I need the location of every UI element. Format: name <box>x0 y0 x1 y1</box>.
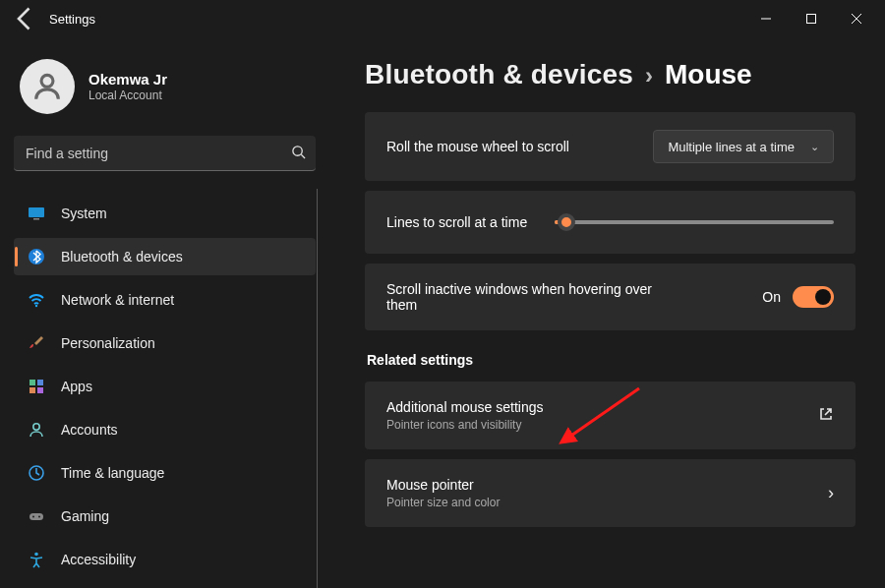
apps-icon <box>28 378 45 395</box>
svg-point-15 <box>33 424 39 430</box>
breadcrumb-parent[interactable]: Bluetooth & devices <box>365 59 633 90</box>
sidebar-item-label: System <box>61 206 107 221</box>
open-external-icon <box>818 406 834 425</box>
close-button[interactable] <box>834 0 879 37</box>
back-button[interactable] <box>12 5 39 32</box>
breadcrumb-current: Mouse <box>665 59 752 90</box>
sidebar-item-personalization[interactable]: Personalization <box>14 324 316 362</box>
sidebar-item-label: Network & internet <box>61 292 174 308</box>
bluetooth-icon <box>28 248 45 265</box>
nav-separator <box>317 189 318 588</box>
search-box[interactable] <box>14 136 316 171</box>
svg-rect-8 <box>33 218 39 220</box>
setting-lines-to-scroll: Lines to scroll at a time <box>365 191 856 254</box>
sidebar-item-label: Apps <box>61 379 92 394</box>
toggle-knob <box>815 289 831 305</box>
dropdown-value: Multiple lines at a time <box>668 140 795 154</box>
svg-rect-7 <box>29 207 44 217</box>
sidebar-item-bluetooth-devices[interactable]: Bluetooth & devices <box>14 238 316 275</box>
slider-track <box>555 220 834 224</box>
brush-icon <box>28 334 45 352</box>
sidebar-item-system[interactable]: System <box>14 195 316 232</box>
user-account-type: Local Account <box>88 88 167 102</box>
setting-label: Lines to scroll at a time <box>386 214 527 230</box>
svg-rect-11 <box>30 380 35 385</box>
svg-rect-14 <box>37 387 43 393</box>
svg-point-20 <box>34 553 38 557</box>
setting-scroll-inactive: Scroll inactive windows when hovering ov… <box>365 264 856 330</box>
window-title: Settings <box>49 12 95 27</box>
wifi-icon <box>28 291 45 309</box>
sidebar-item-label: Time & language <box>61 465 164 481</box>
svg-point-5 <box>292 146 301 154</box>
user-profile[interactable]: Okemwa Jr Local Account <box>14 55 316 136</box>
sidebar-item-label: Personalization <box>61 335 155 351</box>
search-input[interactable] <box>14 146 280 161</box>
chevron-right-icon: › <box>645 62 653 89</box>
setting-label: Roll the mouse wheel to scroll <box>386 139 569 154</box>
setting-scroll-mode: Roll the mouse wheel to scroll Multiple … <box>365 112 856 181</box>
maximize-button[interactable] <box>789 0 834 37</box>
sidebar-item-accounts[interactable]: Accounts <box>14 411 316 448</box>
svg-line-6 <box>301 154 305 158</box>
sidebar: Okemwa Jr Local Account System Bluetooth… <box>0 37 329 588</box>
avatar <box>20 59 75 114</box>
scroll-mode-dropdown[interactable]: Multiple lines at a time ⌄ <box>653 130 834 163</box>
sidebar-item-time-language[interactable]: Time & language <box>14 454 316 492</box>
sidebar-item-label: Gaming <box>61 508 109 524</box>
svg-point-4 <box>41 75 53 87</box>
account-icon <box>28 421 45 439</box>
setting-label: Scroll inactive windows when hovering ov… <box>386 281 681 313</box>
svg-point-18 <box>32 516 34 518</box>
clock-globe-icon <box>28 464 45 482</box>
link-subtitle: Pointer icons and visibility <box>386 418 544 432</box>
sidebar-item-network[interactable]: Network & internet <box>14 281 316 319</box>
nav-list: System Bluetooth & devices Network & int… <box>14 195 316 584</box>
link-mouse-pointer[interactable]: Mouse pointer Pointer size and color › <box>365 459 856 527</box>
scroll-inactive-toggle[interactable] <box>793 286 834 308</box>
svg-rect-12 <box>37 380 43 385</box>
accessibility-icon <box>28 551 45 568</box>
sidebar-item-apps[interactable]: Apps <box>14 368 316 405</box>
sidebar-item-gaming[interactable]: Gaming <box>14 498 316 535</box>
svg-rect-1 <box>807 15 816 24</box>
svg-point-10 <box>35 305 37 307</box>
sidebar-item-label: Accessibility <box>61 552 136 567</box>
main-panel: Bluetooth & devices › Mouse Roll the mou… <box>329 37 885 588</box>
svg-rect-17 <box>30 513 43 520</box>
link-subtitle: Pointer size and color <box>386 496 500 509</box>
slider-thumb[interactable] <box>558 213 575 231</box>
lines-slider[interactable] <box>555 212 834 232</box>
monitor-icon <box>28 205 45 222</box>
link-additional-mouse-settings[interactable]: Additional mouse settings Pointer icons … <box>365 382 856 449</box>
svg-rect-13 <box>30 387 35 393</box>
sidebar-item-label: Accounts <box>61 422 118 438</box>
window-controls <box>743 0 879 37</box>
svg-point-19 <box>38 516 40 518</box>
breadcrumb: Bluetooth & devices › Mouse <box>365 59 856 90</box>
sidebar-item-accessibility[interactable]: Accessibility <box>14 541 316 578</box>
toggle-state-text: On <box>762 289 781 305</box>
gamepad-icon <box>28 507 45 525</box>
title-bar: Settings <box>0 0 885 37</box>
minimize-button[interactable] <box>743 0 789 37</box>
link-title: Additional mouse settings <box>386 399 544 415</box>
chevron-right-icon: › <box>828 483 834 503</box>
related-settings-heading: Related settings <box>367 352 856 368</box>
link-title: Mouse pointer <box>386 477 500 493</box>
chevron-down-icon: ⌄ <box>810 141 819 153</box>
search-icon <box>280 145 316 162</box>
user-name: Okemwa Jr <box>88 71 167 88</box>
sidebar-item-label: Bluetooth & devices <box>61 249 183 265</box>
